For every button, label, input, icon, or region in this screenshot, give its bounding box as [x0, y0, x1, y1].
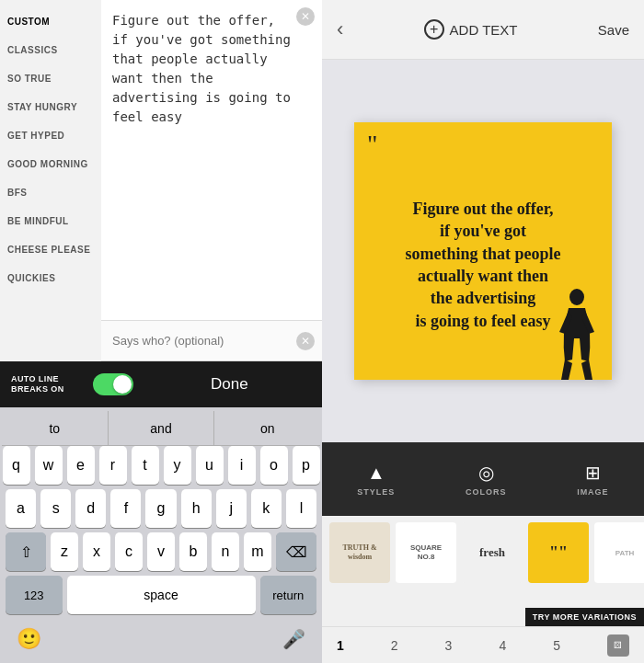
variation-truth[interactable]: TRUTH &wisdom — [329, 522, 390, 583]
done-button[interactable]: Done — [148, 375, 311, 394]
category-item-bfs[interactable]: BFS — [0, 178, 101, 207]
category-item-custom[interactable]: CUSTOM — [0, 7, 101, 36]
key-d[interactable]: d — [75, 489, 106, 528]
page-3[interactable]: 3 — [445, 638, 453, 653]
emoji-icon[interactable]: 🙂 — [17, 627, 41, 651]
keyboard-row-2: a s d f g h j k l — [2, 489, 320, 528]
suggestion-on[interactable]: on — [214, 411, 320, 445]
image-label: IMAGE — [577, 487, 609, 497]
key-g[interactable]: g — [145, 489, 176, 528]
key-q[interactable]: q — [3, 446, 30, 485]
text-area-section: ✕ ✕ — [101, 0, 322, 361]
key-c[interactable]: c — [115, 532, 143, 571]
person-silhouette — [552, 288, 603, 380]
toggle-knob — [113, 375, 132, 394]
backspace-key[interactable]: ⌫ — [276, 532, 316, 571]
category-item-so-true[interactable]: SO TRUE — [0, 64, 101, 93]
key-h[interactable]: h — [181, 489, 212, 528]
variations-row: TRUTH &wisdom SQUARENO.8 fresh "" PATH — [322, 516, 644, 589]
keyboard-row-3: ⇧ z x c v b n m ⌫ — [2, 532, 320, 571]
page-5[interactable]: 5 — [553, 638, 560, 653]
toolbar-styles[interactable]: ▲ STYLES — [357, 463, 395, 497]
left-top: CUSTOMCLASSICSSO TRUESTAY HUNGRYGET HYPE… — [0, 0, 322, 361]
keyboard-row-1: q w e r t y u i o p — [2, 446, 320, 485]
suggestion-to[interactable]: to — [2, 411, 109, 445]
category-item-get-hyped[interactable]: GET HYPED — [0, 121, 101, 150]
bottom-toolbar: ▲ STYLES ◎ COLORS ⊞ IMAGE — [322, 442, 644, 516]
key-n[interactable]: n — [212, 532, 239, 571]
dice-icon[interactable]: ⚄ — [607, 634, 629, 657]
page-4[interactable]: 4 — [499, 638, 506, 653]
key-r[interactable]: r — [99, 446, 127, 485]
key-l[interactable]: l — [286, 489, 316, 528]
right-header: ‹ + ADD TEXT Save — [322, 0, 644, 60]
colors-icon: ◎ — [478, 462, 494, 484]
category-item-classics[interactable]: CLASSICS — [0, 36, 101, 64]
add-text-button[interactable]: + ADD TEXT — [424, 19, 518, 40]
quote-mark-display: " — [367, 131, 377, 157]
category-item-good-morning[interactable]: GOOD MORNING — [0, 150, 101, 178]
key-o[interactable]: o — [260, 446, 288, 485]
numbers-key[interactable]: 123 — [6, 576, 63, 614]
key-t[interactable]: t — [132, 446, 159, 485]
page-1[interactable]: 1 — [337, 638, 344, 653]
variation-square[interactable]: SQUARENO.8 — [396, 522, 456, 583]
key-b[interactable]: b — [179, 532, 207, 571]
category-item-be-mindful[interactable]: BE MINDFUL — [0, 207, 101, 235]
variation-quote[interactable]: "" — [528, 522, 589, 583]
quote-textarea[interactable] — [101, 0, 322, 320]
left-panel: CUSTOMCLASSICSSO TRUESTAY HUNGRYGET HYPE… — [0, 0, 322, 663]
category-item-stay-hungry[interactable]: STAY HUNGRY — [0, 93, 101, 121]
toolbar-colors[interactable]: ◎ COLORS — [466, 462, 507, 497]
variations-strip: ▲ TRUTH &wisdom SQUARENO.8 fresh "" PATH… — [322, 516, 644, 626]
key-y[interactable]: y — [164, 446, 191, 485]
key-p[interactable]: p — [293, 446, 320, 485]
key-x[interactable]: x — [83, 532, 110, 571]
space-key[interactable]: space — [67, 576, 256, 614]
quote-textarea-wrapper: ✕ — [101, 0, 322, 321]
key-w[interactable]: w — [35, 446, 63, 485]
add-text-label: ADD TEXT — [450, 22, 518, 38]
add-icon: + — [424, 19, 444, 40]
key-u[interactable]: u — [196, 446, 224, 485]
suggestion-and[interactable]: and — [109, 411, 215, 445]
keyboard-row-4: 123 space return — [2, 576, 320, 614]
try-more-badge[interactable]: TRY MORE VARIATIONS — [525, 608, 644, 626]
key-k[interactable]: k — [251, 489, 282, 528]
category-item-cheese-please[interactable]: CHEESE PLEASE — [0, 235, 101, 264]
keyboard-suggestions: to and on — [2, 411, 320, 446]
key-j[interactable]: j — [216, 489, 247, 528]
microphone-icon[interactable]: 🎤 — [282, 628, 305, 650]
variation-path[interactable]: PATH — [594, 522, 644, 583]
key-e[interactable]: e — [67, 446, 95, 485]
key-v[interactable]: v — [147, 532, 175, 571]
page-numbers: 1 2 3 4 5 ⚄ — [322, 626, 644, 663]
attribution-close-button[interactable]: ✕ — [296, 332, 315, 350]
attribution-input[interactable] — [101, 321, 322, 360]
auto-line-toggle[interactable] — [93, 373, 133, 395]
return-key[interactable]: return — [260, 576, 317, 614]
back-button[interactable]: ‹ — [337, 17, 343, 41]
quote-close-button[interactable]: ✕ — [296, 7, 315, 26]
key-i[interactable]: i — [228, 446, 256, 485]
right-panel: ‹ + ADD TEXT Save " Figure out the offer… — [322, 0, 644, 663]
key-m[interactable]: m — [244, 532, 271, 571]
save-button[interactable]: Save — [598, 22, 629, 38]
styles-icon: ▲ — [367, 463, 385, 484]
page-2[interactable]: 2 — [391, 638, 398, 653]
key-f[interactable]: f — [110, 489, 141, 528]
auto-line-label: AUTO LINEBREAKS ON — [11, 374, 93, 394]
attribution-wrapper: ✕ — [101, 321, 322, 361]
category-item-quickies[interactable]: QUICKIES — [0, 264, 101, 292]
key-z[interactable]: z — [51, 532, 78, 571]
keyboard: to and on q w e r t y u i o p a s d f g … — [0, 407, 322, 663]
done-bar: AUTO LINEBREAKS ON Done — [0, 361, 322, 407]
key-a[interactable]: a — [6, 489, 36, 528]
toolbar-image[interactable]: ⊞ IMAGE — [577, 462, 609, 497]
canvas-area: " Figure out the offer,if you've gotsome… — [322, 60, 644, 442]
keyboard-bottom-bar: 🙂 🎤 — [2, 619, 320, 659]
colors-label: COLORS — [466, 487, 507, 497]
variation-fresh[interactable]: fresh — [462, 522, 523, 583]
shift-key[interactable]: ⇧ — [6, 532, 46, 571]
key-s[interactable]: s — [40, 489, 71, 528]
